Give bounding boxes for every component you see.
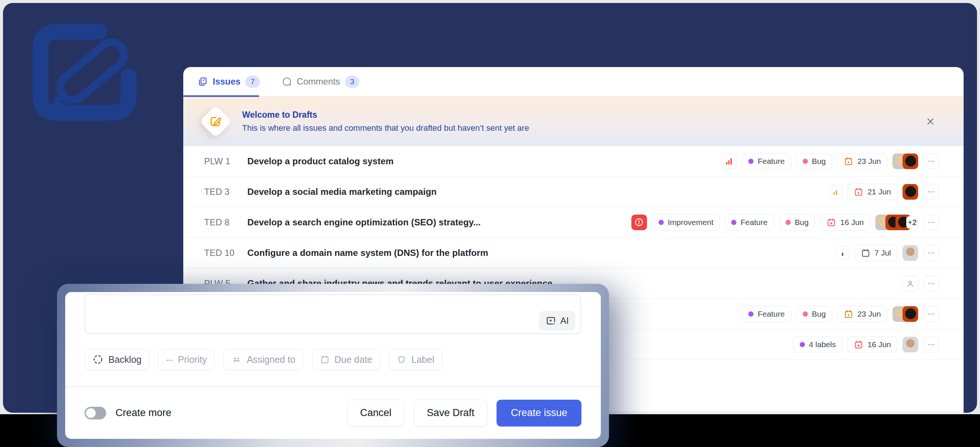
banner-text: Welcome to Drafts This is where all issu…	[242, 110, 529, 133]
calendar-icon-wrap	[854, 340, 864, 349]
calendar-icon	[827, 218, 836, 227]
issue-badges: 4 labels16 Jun	[793, 336, 939, 353]
label-badge[interactable]: Bug	[779, 214, 815, 231]
priority-low-icon	[838, 248, 847, 258]
more-button[interactable]	[923, 245, 939, 261]
avatar-stack	[902, 245, 918, 261]
calendar-icon-wrap	[827, 218, 836, 227]
assigned-to-icon	[231, 354, 242, 365]
avatar	[902, 245, 918, 261]
property-label: Label	[412, 354, 434, 365]
more-button[interactable]	[923, 184, 939, 200]
calendar-icon	[861, 248, 870, 258]
edit-square-icon	[209, 115, 223, 128]
modal-footer: Create more Cancel Save Draft Create iss…	[65, 386, 601, 439]
tab-comments-count: 3	[345, 76, 360, 88]
calendar-icon	[844, 156, 853, 166]
calendar-icon-wrap	[844, 156, 853, 166]
property-due-date-button[interactable]: Due date	[312, 349, 380, 370]
calendar-icon	[854, 187, 864, 197]
issue-id: PLW 1	[204, 156, 241, 167]
label-dot	[748, 159, 754, 164]
create-issue-button[interactable]: Create issue	[496, 400, 581, 426]
ai-assist-button[interactable]: AI	[539, 311, 575, 331]
banner-close-button[interactable]	[922, 113, 939, 130]
welcome-banner: Welcome to Drafts This is where all issu…	[183, 97, 964, 146]
label-dot	[748, 312, 754, 317]
due-date-badge[interactable]: 23 Jun	[837, 153, 887, 170]
comments-icon	[282, 76, 292, 87]
priority-button[interactable]	[836, 246, 849, 259]
due-date-badge[interactable]: 16 Jun	[820, 214, 870, 231]
priority-button[interactable]	[829, 185, 842, 199]
create-issue-modal: AI Backlog --Priority Assigned to Due da…	[57, 284, 609, 447]
property-priority-button[interactable]: --Priority	[158, 349, 215, 370]
label-badge[interactable]: Feature	[742, 306, 791, 322]
label-dot	[800, 342, 805, 347]
issue-row[interactable]: TED 10 Configure a domain name system (D…	[183, 238, 964, 268]
more-button[interactable]	[923, 215, 939, 230]
avatar	[902, 337, 918, 352]
avatar-overflow-count: +2	[906, 216, 918, 229]
due-date-badge[interactable]: 23 Jun	[837, 306, 887, 322]
create-more-toggle[interactable]	[84, 407, 106, 420]
issue-properties-row: Backlog --Priority Assigned to Due date …	[84, 349, 442, 370]
avatar	[902, 306, 918, 322]
property-assigned-to-button[interactable]: Assigned to	[223, 349, 303, 370]
issue-description-input[interactable]	[91, 299, 513, 330]
avatar-stack	[902, 184, 918, 200]
avatar	[902, 153, 918, 169]
due-date-badge[interactable]: 7 Jul	[854, 245, 897, 261]
due-date-icon-wrap	[320, 355, 329, 364]
due-date-badge[interactable]: 16 Jun	[847, 336, 897, 353]
more-button[interactable]	[923, 276, 939, 291]
priority-button[interactable]	[721, 153, 737, 169]
property-label: Backlog	[108, 354, 142, 365]
more-button[interactable]	[923, 337, 939, 352]
issue-badges: FeatureBug23 Jun	[721, 153, 939, 170]
tab-issues-count: 7	[245, 76, 260, 88]
label-badge[interactable]: Feature	[742, 153, 791, 170]
due-date-badge[interactable]: 21 Jun	[847, 184, 897, 200]
label-badge[interactable]: Feature	[725, 214, 774, 231]
no-priority-icon: --	[166, 354, 173, 365]
assignee-placeholder-icon	[905, 278, 915, 288]
more-button[interactable]	[923, 306, 939, 322]
tab-comments[interactable]: Comments 3	[282, 76, 360, 88]
priority-urgent-button[interactable]	[632, 215, 647, 230]
label-dot	[731, 220, 737, 225]
issue-row[interactable]: TED 8 Develop a search engine optimizati…	[183, 207, 964, 238]
more-button[interactable]	[923, 153, 939, 169]
tab-issues[interactable]: Issues 7	[197, 76, 260, 88]
cancel-button[interactable]: Cancel	[347, 400, 404, 426]
label-tag-icon	[397, 355, 407, 364]
label-badge[interactable]: 4 labels	[793, 336, 842, 353]
calendar-icon	[844, 309, 853, 319]
label-badge[interactable]: Improvement	[652, 214, 720, 231]
property-backlog-button[interactable]: Backlog	[84, 349, 150, 370]
create-more-label: Create more	[116, 407, 171, 419]
label-dot	[659, 220, 664, 225]
more-icon	[926, 340, 936, 349]
issue-row[interactable]: PLW 1 Develop a product catalog system F…	[183, 146, 964, 177]
issues-drafts-icon	[197, 76, 208, 87]
label-dot	[786, 220, 791, 225]
property-label-button[interactable]: Label	[389, 349, 442, 370]
issue-id: TED 8	[204, 217, 241, 227]
save-draft-button[interactable]: Save Draft	[414, 400, 488, 426]
modal-actions: Cancel Save Draft Create issue	[347, 400, 581, 426]
more-icon	[926, 309, 936, 319]
more-icon	[926, 248, 936, 258]
urgent-icon	[634, 217, 644, 227]
banner-subtitle: This is where all issues and comments th…	[242, 123, 529, 133]
calendar-icon-wrap	[854, 187, 864, 197]
issue-row[interactable]: TED 3 Develop a social media marketing c…	[183, 177, 964, 207]
more-icon	[926, 278, 936, 288]
assignee-placeholder-button[interactable]	[902, 276, 918, 291]
issue-badges	[902, 276, 939, 291]
label-badge[interactable]: Bug	[796, 306, 832, 322]
issue-title: Configure a domain name system (DNS) for…	[247, 248, 488, 258]
issue-title: Develop a product catalog system	[247, 156, 394, 167]
ai-label: AI	[560, 315, 569, 326]
label-badge[interactable]: Bug	[796, 153, 832, 170]
